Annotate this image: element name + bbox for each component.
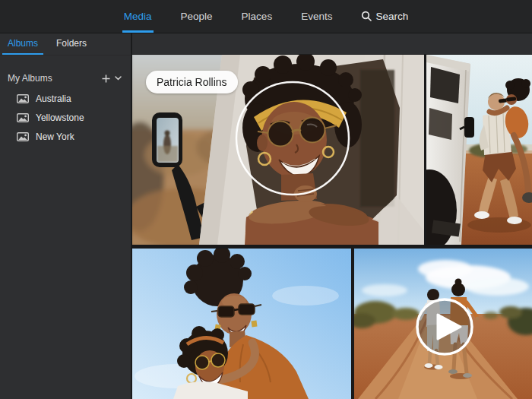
- tab-media[interactable]: Media: [122, 0, 154, 33]
- play-icon[interactable]: [417, 299, 472, 354]
- content-header-strip: [132, 33, 532, 55]
- tab-people-label: People: [181, 11, 213, 22]
- photo-icon: [17, 94, 29, 103]
- album-label: Australia: [36, 93, 71, 104]
- album-label: Yellowstone: [36, 112, 84, 123]
- sidebar-tab-albums-label: Albums: [8, 38, 38, 49]
- tab-media-label: Media: [124, 11, 152, 22]
- photo-thumbnail-4[interactable]: [354, 249, 532, 399]
- sidebar: Albums Folders My Albums: [0, 33, 132, 399]
- top-navigation: Media People Places Events Search: [0, 0, 532, 33]
- album-item-yellowstone[interactable]: Yellowstone: [0, 108, 131, 127]
- tab-places-label: Places: [242, 11, 273, 22]
- chevron-down-icon[interactable]: [112, 72, 124, 84]
- tab-people[interactable]: People: [179, 0, 214, 33]
- sidebar-tab-folders[interactable]: Folders: [51, 33, 92, 55]
- media-grid: Patricia Rollins: [132, 33, 532, 399]
- my-albums-title: My Albums: [8, 73, 100, 84]
- sidebar-tabs: Albums Folders: [0, 33, 131, 55]
- search-icon: [361, 11, 372, 21]
- tab-events[interactable]: Events: [299, 0, 334, 33]
- photo-icon: [17, 132, 29, 141]
- tab-search-label: Search: [375, 11, 408, 22]
- sidebar-tab-albums[interactable]: Albums: [2, 33, 43, 55]
- photo-thumbnail-1[interactable]: Patricia Rollins: [132, 55, 424, 245]
- tab-search[interactable]: Search: [359, 0, 410, 33]
- album-item-australia[interactable]: Australia: [0, 89, 131, 108]
- album-label: New York: [36, 131, 74, 142]
- album-item-new-york[interactable]: New York: [0, 127, 131, 146]
- album-list: Australia Yellowstone: [0, 89, 131, 146]
- my-albums-header: My Albums: [0, 70, 131, 87]
- photo-organizer-app: Media People Places Events Search Albums: [0, 0, 532, 399]
- face-tag-pill[interactable]: Patricia Rollins: [146, 71, 238, 93]
- plus-icon[interactable]: [100, 72, 112, 84]
- photo-thumbnail-2[interactable]: [426, 55, 532, 245]
- tab-places[interactable]: Places: [240, 0, 274, 33]
- sidebar-tab-folders-label: Folders: [56, 38, 87, 49]
- photo-thumbnail-3[interactable]: [132, 249, 351, 399]
- photo-icon: [17, 113, 29, 122]
- tab-events-label: Events: [301, 11, 332, 22]
